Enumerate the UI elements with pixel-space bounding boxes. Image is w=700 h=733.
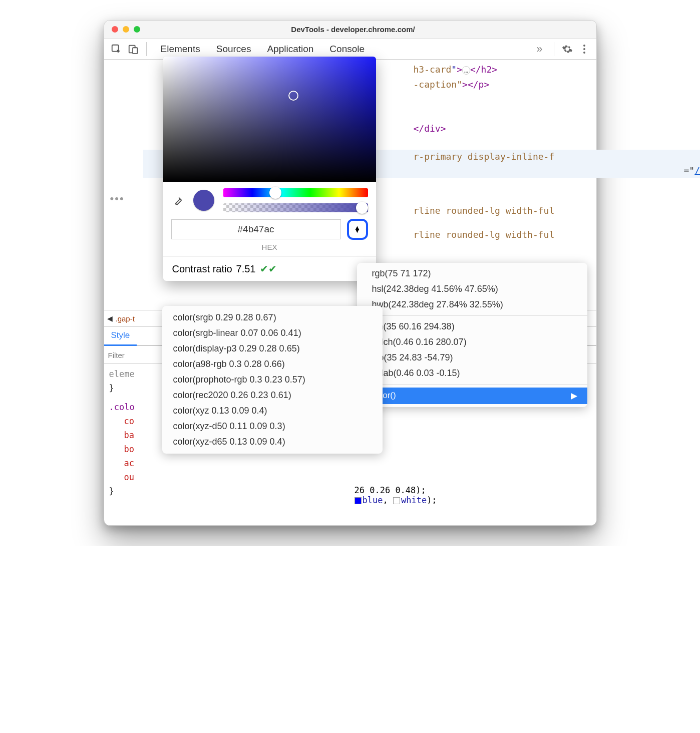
divider [554, 42, 554, 56]
contrast-ratio-row[interactable]: Contrast ratio 7.51 ✔✔ [163, 256, 376, 281]
menu-item[interactable]: color(rec2020 0.26 0.23 0.61) [162, 388, 383, 403]
hue-thumb[interactable] [269, 187, 281, 199]
menu-item[interactable]: color(srgb 0.29 0.28 0.67) [162, 310, 383, 325]
window-title: DevTools - developer.chrome.com/ [110, 25, 596, 34]
titlebar: DevTools - developer.chrome.com/ [104, 21, 596, 39]
chevron-down-icon: ▼ [354, 229, 361, 232]
contrast-pass-icon: ✔✔ [260, 263, 277, 275]
breadcrumb-scroll-left-icon[interactable]: ◀ [107, 314, 113, 322]
alpha-thumb[interactable] [356, 202, 368, 214]
color-format-toggle-button[interactable]: ▲ ▼ [347, 219, 368, 240]
menu-item[interactable]: oklab(0.46 0.03 -0.15) [357, 365, 587, 381]
href-link[interactable]: /blog/insider-dec-22/ [694, 165, 700, 176]
tab-console[interactable]: Console [328, 41, 366, 58]
menu-item[interactable]: hsl(242.38deg 41.56% 47.65%) [357, 281, 587, 297]
breadcrumb-segment[interactable]: .gap-t [116, 314, 135, 323]
menu-item[interactable]: color(prophoto-rgb 0.3 0.23 0.57) [162, 372, 383, 388]
css-prop[interactable]: ou [109, 470, 591, 484]
menu-item[interactable]: lab(35 24.83 -54.79) [357, 350, 587, 365]
menu-separator [357, 384, 587, 385]
svg-rect-2 [133, 48, 137, 54]
color-swatch-icon[interactable] [393, 497, 400, 504]
svg-point-5 [583, 52, 585, 54]
menu-item[interactable]: oklch(0.46 0.16 280.07) [357, 334, 587, 350]
menu-item[interactable]: color(srgb-linear 0.07 0.06 0.41) [162, 325, 383, 341]
menu-item[interactable]: hwb(242.38deg 27.84% 32.55%) [357, 297, 587, 312]
tab-application[interactable]: Application [266, 41, 314, 58]
main-tabs: Elements Sources Application Console [153, 41, 534, 58]
menu-item-highlighted[interactable]: color() ▶ [357, 388, 587, 404]
inspect-element-icon[interactable] [109, 42, 123, 56]
hue-slider[interactable] [223, 188, 368, 197]
svg-point-4 [583, 48, 585, 50]
hex-input[interactable] [171, 219, 341, 239]
color-format-menu: rgb(75 71 172) hsl(242.38deg 41.56% 47.6… [357, 263, 587, 407]
css-prop[interactable]: ac [109, 456, 591, 470]
menu-item[interactable]: color(a98-rgb 0.3 0.28 0.66) [162, 356, 383, 372]
menu-item[interactable]: lch(35 60.16 294.38) [357, 319, 587, 334]
menu-item[interactable]: rgb(75 71 172) [357, 266, 587, 281]
eyedropper-icon[interactable] [173, 195, 184, 206]
settings-gear-icon[interactable] [560, 42, 574, 56]
current-color-swatch [193, 190, 214, 211]
sv-cursor-icon[interactable] [288, 91, 298, 101]
tab-elements[interactable]: Elements [160, 41, 201, 58]
menu-separator [357, 315, 587, 316]
color-format-label: HEX [163, 240, 376, 256]
color-picker-popover: ▲ ▼ HEX Contrast ratio 7.51 ✔✔ [163, 57, 376, 281]
saturation-value-field[interactable] [163, 57, 376, 182]
device-toolbar-icon[interactable] [126, 42, 140, 56]
kebab-menu-icon[interactable] [577, 42, 591, 56]
collapsed-node-icon[interactable]: ••• [107, 192, 125, 205]
tab-sources[interactable]: Sources [215, 41, 252, 58]
tab-styles[interactable]: Style [104, 327, 137, 346]
menu-item[interactable]: color(display-p3 0.29 0.28 0.65) [162, 341, 383, 356]
color-swatch-icon[interactable] [355, 497, 362, 504]
submenu-arrow-icon: ▶ [571, 391, 577, 401]
menu-item[interactable]: color(xyz-d65 0.13 0.09 0.4) [162, 434, 383, 450]
tab-overflow-button[interactable]: » [536, 43, 542, 56]
color-function-submenu: color(srgb 0.29 0.28 0.67) color(srgb-li… [162, 306, 383, 454]
divider [146, 42, 147, 56]
alpha-slider[interactable] [223, 203, 368, 212]
devtools-window: DevTools - developer.chrome.com/ Element… [104, 20, 597, 526]
menu-item[interactable]: color(xyz-d50 0.11 0.09 0.3) [162, 419, 383, 434]
svg-point-3 [583, 45, 585, 47]
menu-item[interactable]: color(xyz 0.13 0.09 0.4) [162, 403, 383, 419]
css-value[interactable]: 26 0.26 0.48); blue, white); [355, 485, 437, 505]
